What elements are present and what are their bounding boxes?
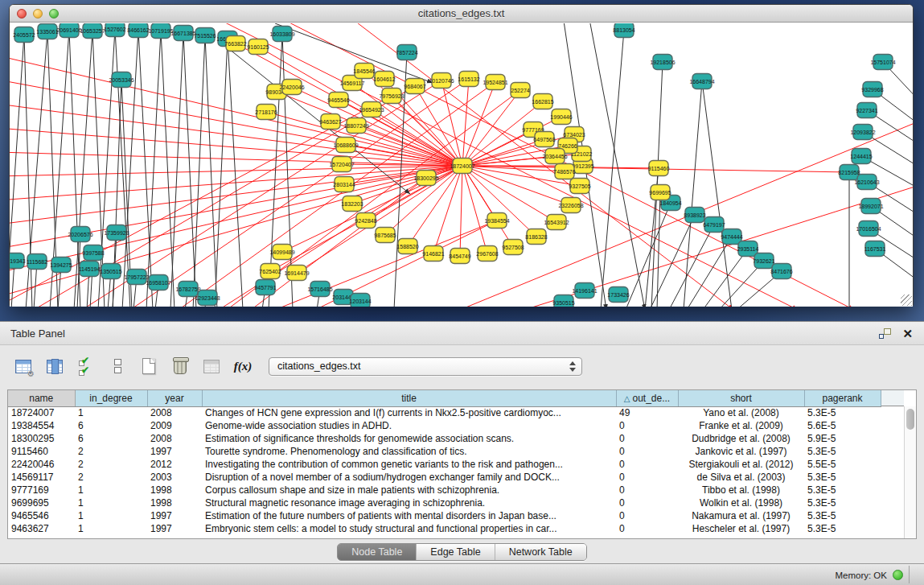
table-cell[interactable]: 5.3E-5 xyxy=(804,484,881,496)
graph-node[interactable]: 17016504 xyxy=(856,221,881,237)
graph-node[interactable]: 1350515 xyxy=(100,264,121,279)
graph-node[interactable]: 9160125 xyxy=(247,39,269,55)
table-cell[interactable]: Embryonic stem cells: a model to study s… xyxy=(202,522,616,535)
table-cell[interactable]: 9465546 xyxy=(8,509,75,522)
graph-node[interactable]: 12923448 xyxy=(195,290,220,306)
graph-node[interactable]: 1394275 xyxy=(50,257,72,273)
table-cell[interactable]: 1 xyxy=(75,509,147,522)
graph-node[interactable]: 1588520 xyxy=(396,239,418,254)
table-cell[interactable]: 19384554 xyxy=(8,419,75,432)
graph-node[interactable]: 19218506 xyxy=(650,55,675,70)
table-cell[interactable]: 0 xyxy=(616,509,678,522)
table-cell[interactable]: 9115460 xyxy=(8,445,75,458)
graph-node[interactable]: 8938923 xyxy=(684,208,705,223)
table-cell[interactable]: 22420046 xyxy=(8,458,75,471)
graph-node[interactable]: 2718176 xyxy=(255,105,277,120)
graph-node[interactable]: 9527508 xyxy=(502,240,524,255)
graph-node[interactable]: 9463627 xyxy=(319,114,341,130)
table-cell[interactable]: 2003 xyxy=(147,471,202,484)
table-cell[interactable]: 5.5E-5 xyxy=(804,458,881,471)
table-cell[interactable]: 49 xyxy=(616,406,678,419)
graph-node[interactable]: 2803144 xyxy=(333,177,355,192)
table-row[interactable]: 1456911722003Disruption of a novel membe… xyxy=(8,471,881,484)
table-cell[interactable]: 1 xyxy=(75,496,147,509)
graph-node[interactable]: 79756928 xyxy=(379,89,404,104)
graph-node[interactable]: 9699695 xyxy=(649,185,671,200)
table-cell[interactable]: 2 xyxy=(75,471,147,484)
tab-edge-table[interactable]: Edge Table xyxy=(416,544,494,560)
table-cell[interactable]: 6 xyxy=(75,432,147,445)
graph-node[interactable]: 8813054 xyxy=(613,23,634,38)
graph-node[interactable]: 9227341 xyxy=(856,103,877,118)
graph-node[interactable]: 7515526 xyxy=(194,28,216,43)
window-resize-grip[interactable] xyxy=(901,295,912,306)
graph-node[interactable]: 19384554 xyxy=(484,213,509,229)
graph-node[interactable]: 1335061 xyxy=(36,24,58,39)
table-cell[interactable]: 9777169 xyxy=(8,484,75,496)
tab-node-table[interactable]: Node Table xyxy=(338,544,416,560)
graph-node[interactable]: 12093822 xyxy=(850,125,875,140)
table-cell[interactable]: Estimation of significance thresholds fo… xyxy=(202,432,616,445)
graph-node[interactable]: 2405572 xyxy=(13,27,35,43)
graph-node[interactable]: 9242848 xyxy=(355,213,376,229)
table-cell[interactable]: 14569117 xyxy=(8,471,75,484)
network-canvas[interactable]: 2405572133506120691406106532571527602846… xyxy=(10,23,913,307)
table-cell[interactable]: 2008 xyxy=(147,406,202,419)
graph-node[interactable]: 9684067 xyxy=(404,79,425,94)
table-cell[interactable]: 1997 xyxy=(147,509,202,522)
graph-node[interactable]: 1167531 xyxy=(864,241,886,257)
create-column-icon[interactable] xyxy=(138,356,159,377)
table-cell[interactable]: 1998 xyxy=(147,484,202,496)
table-cell[interactable]: 5.9E-5 xyxy=(804,432,881,445)
graph-node[interactable]: 16671385 xyxy=(170,26,195,41)
graph-node[interactable]: 9329968 xyxy=(861,82,883,97)
table-cell[interactable]: 18724007 xyxy=(8,406,75,419)
graph-node[interactable]: 9397588 xyxy=(82,245,104,261)
graph-node[interactable]: 22420046 xyxy=(279,80,304,95)
table-cell[interactable]: 0 xyxy=(616,484,678,496)
graph-node[interactable]: 10653257 xyxy=(80,23,105,39)
table-cell[interactable]: Genome-wide association studies in ADHD. xyxy=(202,419,616,432)
table-cell[interactable]: Tibbo et al. (1998) xyxy=(678,484,804,496)
function-builder-icon[interactable]: f(x) xyxy=(232,356,253,377)
graph-node[interactable]: 15720407 xyxy=(329,157,354,172)
table-cell[interactable]: 9463627 xyxy=(8,522,75,535)
graph-node[interactable]: 2967608 xyxy=(476,246,498,262)
graph-node[interactable]: 1733426 xyxy=(607,287,629,303)
table-row[interactable]: 1872400712008Changes of HCN gene express… xyxy=(8,406,881,419)
graph-node[interactable]: 18724007 xyxy=(450,159,474,174)
graph-node[interactable]: 16543912 xyxy=(544,215,569,230)
graph-node[interactable]: 1662815 xyxy=(532,94,553,109)
graph-node[interactable]: 8471676 xyxy=(770,264,792,279)
graph-node[interactable]: 6479197 xyxy=(703,217,725,233)
graph-node[interactable]: 9327505 xyxy=(569,179,590,194)
graph-node[interactable]: 20206576 xyxy=(68,227,92,242)
graph-node[interactable]: 1145194 xyxy=(79,262,101,277)
graph-node[interactable]: 16210643 xyxy=(854,175,879,190)
column-header-short[interactable]: short xyxy=(678,390,804,406)
table-cell[interactable]: 1998 xyxy=(147,496,202,509)
graph-node[interactable]: 7625402 xyxy=(259,264,281,279)
table-scrollbar-thumb[interactable] xyxy=(906,409,914,430)
column-header-title[interactable]: title xyxy=(202,390,616,406)
table-cell[interactable]: Estimation of the future numbers of pati… xyxy=(202,509,616,522)
table-cell[interactable]: Corpus callosum shape and size in male p… xyxy=(202,484,616,496)
table-cell[interactable]: 5.3E-5 xyxy=(804,471,881,484)
table-cell[interactable]: 0 xyxy=(616,496,678,509)
table-cell[interactable]: 18300295 xyxy=(8,432,75,445)
table-cell[interactable]: 2012 xyxy=(147,458,202,471)
table-row[interactable]: 911546021997Tourette syndrome. Phenomeno… xyxy=(8,445,881,458)
graph-node[interactable]: 1604612 xyxy=(373,72,395,87)
table-cell[interactable]: 2 xyxy=(75,458,147,471)
graph-node[interactable]: 19524851 xyxy=(483,75,507,90)
graph-node[interactable]: 1244415 xyxy=(850,149,872,164)
float-panel-icon[interactable] xyxy=(879,328,891,339)
table-row[interactable]: 946362711997Embryonic stem cells: a mode… xyxy=(8,522,881,535)
graph-node[interactable]: 252274 xyxy=(511,83,530,98)
graph-node[interactable]: 1115682 xyxy=(27,254,47,270)
graph-node[interactable]: 19654923 xyxy=(359,102,384,117)
graph-node[interactable]: 17359928 xyxy=(104,225,129,241)
table-cell[interactable]: 0 xyxy=(616,445,678,458)
rows-icon[interactable] xyxy=(107,356,128,377)
table-cell[interactable]: 6 xyxy=(75,419,147,432)
